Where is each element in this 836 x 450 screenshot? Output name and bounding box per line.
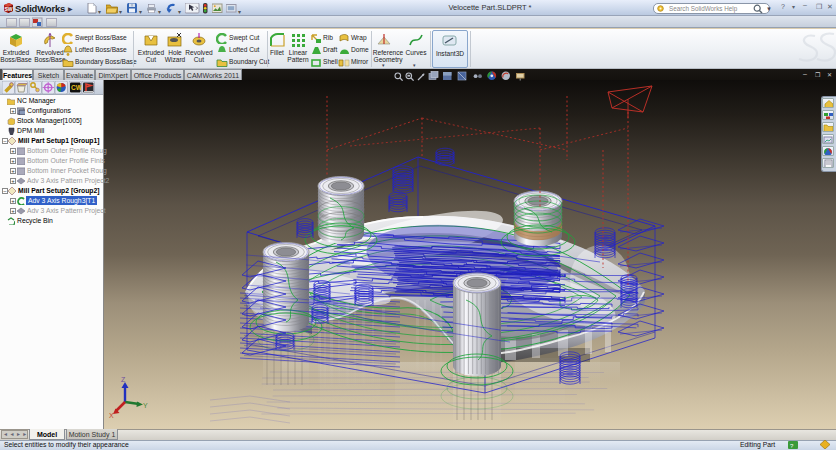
svg-text:Y: Y [143, 402, 148, 409]
svg-text:X: X [109, 412, 114, 418]
svg-text:CW: CW [71, 84, 82, 91]
svg-text:Z: Z [121, 376, 126, 383]
svg-text:SW: SW [5, 6, 13, 12]
